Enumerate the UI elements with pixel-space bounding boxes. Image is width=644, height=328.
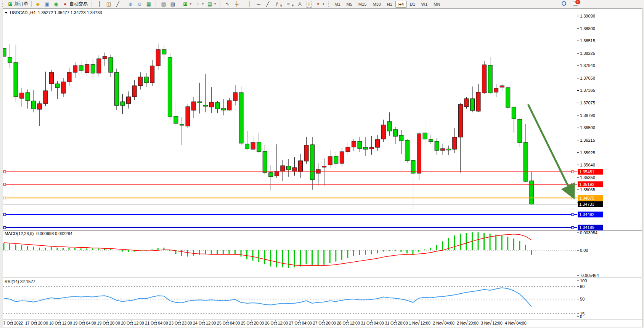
horizontal-line-button[interactable]: ─ [254, 1, 263, 8]
cursor-button[interactable]: ↖ [223, 1, 232, 8]
chart-canvas[interactable]: 1.390901.388001.385151.382251.379401.376… [0, 0, 644, 328]
line-handle[interactable] [572, 213, 574, 216]
new-chart-button[interactable]: ⊞▾ [181, 1, 193, 8]
rsi-axis-label: 50 [580, 297, 585, 301]
candle-up [20, 93, 24, 98]
timeframe-w1[interactable]: W1 [418, 1, 431, 8]
zoom-in-icon: ⊕ [127, 1, 133, 7]
candle-up [281, 166, 285, 171]
candle-down [393, 130, 397, 136]
autotrade-icon: ● [62, 1, 68, 7]
time-axis-label: 31 Oct 20:00 [385, 321, 408, 325]
candle-down [14, 62, 18, 97]
candle-down [198, 102, 202, 103]
price-tick-label: 1.37650 [580, 76, 595, 80]
timeframe-m1[interactable]: M1 [331, 1, 343, 8]
line-handle[interactable] [572, 226, 574, 229]
timeframe-mn[interactable]: MN [430, 1, 443, 8]
candle-up [37, 104, 42, 109]
macd-axis-label: 0.00 [580, 248, 588, 253]
autotrade-button[interactable]: ● 自动交易 [61, 0, 89, 8]
candle-down [239, 93, 243, 143]
trading-terminal: ⊞ 新订单 ◆ ▣ ◉ ● 自动交易 ║ ◫ ╱ ⊕ ⊖ ▦ ▧ ▨ ⊞▾ ◔▾ [0, 0, 644, 328]
tile-windows-button[interactable]: ▦ [144, 1, 153, 8]
line-handle[interactable] [572, 183, 574, 186]
chart-autoscroll-button[interactable]: ▨ [168, 1, 177, 8]
candlestick-chart-button[interactable]: ◫ [104, 1, 113, 8]
time-axis-label: 24 Oct 12:00 [193, 321, 216, 325]
new-order-button[interactable]: ⊞ 新订单 [6, 0, 30, 8]
candle-up [97, 59, 101, 73]
candle-down [55, 84, 59, 88]
chart-menu-icon[interactable] [5, 12, 8, 14]
arrows-button[interactable]: ✦▾ [313, 1, 326, 8]
time-axis-label: 23 Oct 23:00 [169, 321, 192, 325]
candle-up [346, 147, 350, 152]
line-chart-button[interactable]: ╱ [113, 1, 122, 8]
candle-up [85, 64, 89, 73]
cursor-icon: ↖ [225, 1, 231, 7]
price-line-badge-label: 1.35481 [579, 170, 594, 174]
timeframe-m30[interactable]: M30 [369, 1, 384, 8]
line-handle[interactable] [3, 197, 6, 199]
line-handle[interactable] [3, 183, 6, 186]
crosshair-button[interactable]: ┼ [232, 1, 241, 8]
template-button[interactable]: ▤▾ [205, 1, 217, 8]
price-tick-label: 1.37940 [580, 63, 595, 68]
line-handle[interactable] [3, 171, 6, 173]
time-axis-label: 21 Oct 04:00 [145, 321, 168, 325]
line-handle[interactable] [3, 226, 6, 229]
search-button[interactable] [560, 0, 568, 6]
period-button[interactable]: ◔▾ [193, 1, 205, 8]
tile-windows-icon: ▦ [146, 1, 152, 7]
chart-title-bar[interactable]: USDCAD-,H4 1.35272 1.35477 1.34723 1.347… [5, 10, 102, 15]
line-handle[interactable] [3, 213, 6, 216]
new-order-icon: ⊞ [7, 1, 13, 7]
candle-down [32, 101, 36, 109]
candle-up [322, 166, 326, 167]
candle-up [138, 77, 143, 86]
bar-chart-button[interactable]: ║ [95, 1, 104, 8]
candle-up [464, 99, 469, 107]
time-axis-label: 1 Nov 12:00 [409, 321, 430, 325]
candle-down [79, 66, 83, 70]
candle-down [364, 147, 368, 149]
zoom-in-button[interactable]: ⊕ [126, 1, 135, 8]
candle-down [144, 77, 148, 83]
candle-down [174, 116, 178, 123]
chat-icon: 1 [573, 1, 580, 6]
charts-panel-button[interactable]: ◆ [33, 1, 42, 8]
text-button[interactable]: A [295, 1, 304, 8]
price-tick-label: 1.38515 [580, 38, 595, 43]
trendline-icon: ╱ [265, 1, 271, 7]
timeframe-m5[interactable]: M5 [344, 1, 355, 8]
trendline-button[interactable]: ╱ [263, 1, 272, 8]
fibonacci-button[interactable]: ≡F [284, 1, 295, 8]
zoom-out-button[interactable]: ⊖ [135, 1, 144, 8]
timeframe-m15[interactable]: M15 [355, 1, 369, 8]
text-label-button[interactable]: T [304, 1, 313, 8]
line-handle[interactable] [572, 171, 574, 173]
candle-down [269, 173, 273, 177]
chart-autoscroll-icon: ▨ [170, 1, 176, 7]
candle-up [251, 142, 255, 149]
candle-up [494, 88, 498, 92]
candle-down [245, 144, 249, 149]
market-watch-button[interactable]: ▣ [42, 1, 51, 8]
price-tick-label: 1.36500 [580, 125, 595, 130]
vertical-line-button[interactable]: │ [245, 1, 254, 8]
candle-up [292, 168, 297, 171]
signals-button[interactable]: ◉ [51, 1, 61, 8]
timeframe-group: M1M5M15M30H1H4D1W1MN [331, 0, 443, 8]
chart-shift-button[interactable]: ▧ [159, 1, 168, 8]
timeframe-h1[interactable]: H1 [384, 1, 395, 8]
candle-up [381, 125, 385, 139]
candle-down [114, 72, 119, 106]
candle-down [120, 102, 125, 106]
price-tick-label: 1.36790 [580, 113, 595, 118]
chat-button[interactable]: 1 [571, 0, 581, 6]
timeframe-h4[interactable]: H4 [395, 1, 407, 8]
equidistant-channel-button[interactable]: ⫽E [272, 1, 284, 8]
timeframe-d1[interactable]: D1 [407, 1, 418, 8]
candle-up [299, 161, 303, 171]
